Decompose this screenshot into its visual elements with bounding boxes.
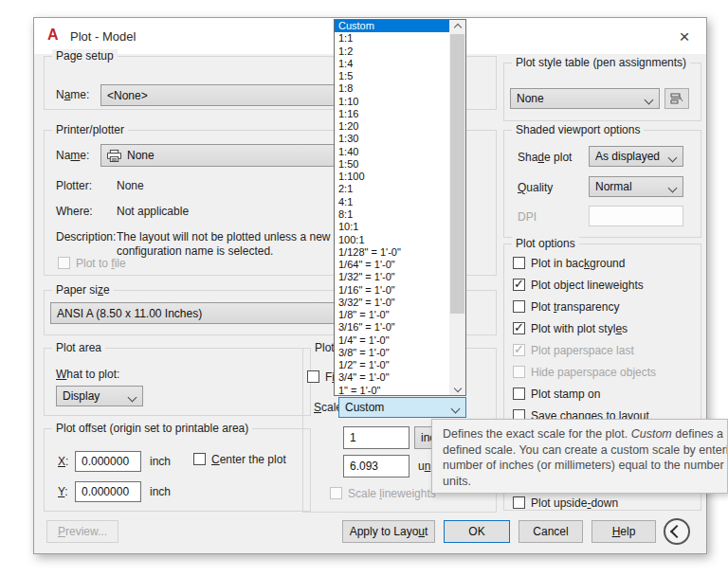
close-icon[interactable]: × <box>674 27 695 47</box>
checkbox[interactable] <box>513 257 525 269</box>
plot-area-group-label: Plot area <box>52 341 105 354</box>
chevron-down-icon <box>453 384 461 391</box>
plot-options-list: Plot in backgroundPlot object lineweight… <box>513 257 656 431</box>
scale-option[interactable]: 4:1 <box>335 196 449 208</box>
checkbox[interactable] <box>513 496 525 509</box>
scale-option[interactable]: 1:40 <box>335 146 449 158</box>
less-options-button[interactable] <box>664 518 690 545</box>
x-offset-label: X: <box>58 455 68 468</box>
scale-option[interactable]: 1:5 <box>335 70 449 82</box>
checkbox[interactable] <box>513 322 525 334</box>
scale-option[interactable]: 3/4" = 1'-0" <box>335 371 449 384</box>
plot-style-group-label: Plot style table (pen assignments) <box>512 56 690 69</box>
plot-to-file-checkbox <box>58 257 70 269</box>
scale-option[interactable]: 1/8" = 1'-0" <box>335 309 449 321</box>
shade-plot-combo[interactable]: As displayed <box>589 146 683 167</box>
scale-option[interactable]: 1:1 <box>335 32 449 45</box>
plot-option-label: Plot paperspace last <box>531 344 634 357</box>
scale-option[interactable]: 1/128" = 1'-0" <box>335 246 449 259</box>
printer-group-label: Printer/plotter <box>52 123 128 136</box>
scale-option[interactable]: 8:1 <box>335 208 449 221</box>
plot-option-row: Plot transparency <box>513 300 656 313</box>
page-setup-name-value: <None> <box>107 89 148 102</box>
chevron-down-icon <box>668 153 678 163</box>
plot-option-label: Plot object lineweights <box>531 279 644 292</box>
scale-option[interactable]: 1:30 <box>335 133 449 145</box>
y-offset-input[interactable]: 0.000000 <box>75 481 141 502</box>
checkbox <box>513 366 525 378</box>
fit-to-paper-checkbox[interactable] <box>307 370 319 383</box>
plot-option-row: Hide paperspace objects <box>513 366 656 378</box>
what-to-plot-combo[interactable]: Display <box>56 386 143 406</box>
scale-dropdown-scrollbar[interactable] <box>449 20 465 395</box>
scale-option[interactable]: 100:1 <box>335 234 449 246</box>
checkbox[interactable] <box>513 300 525 313</box>
x-offset-input[interactable]: 0.000000 <box>75 451 141 472</box>
y-offset-unit: inch <box>150 485 171 498</box>
scale-combo[interactable]: Custom <box>338 397 466 418</box>
plot-option-row: Plot with plot styles <box>513 322 656 334</box>
x-offset-unit: inch <box>150 455 171 468</box>
quality-value: Normal <box>595 180 632 193</box>
checkbox <box>513 344 525 356</box>
edit-plot-style-button[interactable] <box>664 88 689 109</box>
scale-inches-value: 1 <box>350 431 356 444</box>
cancel-button[interactable]: Cancel <box>519 520 583 543</box>
chevron-down-icon <box>645 96 654 105</box>
custom-scale-tooltip: Defines the exact scale for the plot. Cu… <box>431 419 728 494</box>
ok-button-label: OK <box>468 525 484 538</box>
plot-option-row: Plot in background <box>513 257 656 269</box>
quality-label: Quality <box>518 181 553 194</box>
ok-button[interactable]: OK <box>444 520 510 543</box>
description-label: Description: <box>56 230 116 243</box>
scale-option[interactable]: 1/32" = 1'-0" <box>335 271 449 283</box>
checkbox[interactable] <box>513 388 525 400</box>
scrollbar-up-button[interactable] <box>449 20 465 34</box>
scale-option[interactable]: 1/2" = 1'-0" <box>335 359 449 371</box>
scale-option[interactable]: 3/8" = 1'-0" <box>335 347 449 359</box>
plot-style-combo[interactable]: None <box>510 88 660 109</box>
scale-option[interactable]: 3/32" = 1'-0" <box>335 297 449 309</box>
help-button[interactable]: Help <box>592 520 656 543</box>
scrollbar-down-button[interactable] <box>449 381 465 395</box>
scale-option[interactable]: 1/4" = 1'-0" <box>335 334 449 347</box>
center-plot-checkbox[interactable] <box>193 453 206 465</box>
scale-units-input[interactable]: 6.093 <box>343 455 410 478</box>
shaded-viewport-group-label: Shaded viewport options <box>512 123 644 136</box>
dpi-input <box>589 206 683 226</box>
what-to-plot-label: What to plot: <box>56 368 119 381</box>
page-setup-group-label: Page setup <box>52 49 118 63</box>
apply-to-layout-button[interactable]: Apply to Layout <box>342 520 435 543</box>
scale-option[interactable]: 1:10 <box>335 96 449 108</box>
where-value: Not applicable <box>117 205 189 218</box>
scale-option[interactable]: 1" = 1'-0" <box>335 385 449 395</box>
scale-option[interactable]: 1:50 <box>335 158 449 171</box>
plot-option-label: Plot stamp on <box>531 388 600 401</box>
scale-lineweights-label: Scale lineweights <box>348 487 436 500</box>
what-to-plot-value: Display <box>63 389 100 403</box>
scale-lineweights-row: Scale lineweights <box>330 487 436 500</box>
scale-option[interactable]: 1:16 <box>335 108 449 120</box>
scrollbar-thumb[interactable] <box>450 34 464 314</box>
scale-option[interactable]: 1:4 <box>335 58 449 70</box>
dpi-label: DPI <box>518 210 537 224</box>
scale-option[interactable]: 1:8 <box>335 82 449 95</box>
quality-combo[interactable]: Normal <box>589 176 683 197</box>
scale-option[interactable]: 2:1 <box>335 183 449 195</box>
scale-option[interactable]: 1/64" = 1'-0" <box>335 259 449 271</box>
where-label: Where: <box>56 205 93 218</box>
preview-button-label: Preview... <box>58 525 107 538</box>
scale-option[interactable]: Custom <box>335 20 449 32</box>
scale-option[interactable]: 3/16" = 1'-0" <box>335 321 449 334</box>
scale-option[interactable]: 1:20 <box>335 120 449 133</box>
edit-plot-style-icon <box>670 93 683 104</box>
scale-inches-input[interactable]: 1 <box>343 426 410 449</box>
scale-option[interactable]: 1/16" = 1'-0" <box>335 284 449 297</box>
checkbox[interactable] <box>513 279 525 291</box>
scale-lineweights-checkbox <box>330 487 342 499</box>
scale-option[interactable]: 10:1 <box>335 221 449 233</box>
scale-option[interactable]: 1:100 <box>335 171 449 183</box>
shade-plot-label: Shade plot <box>518 151 572 164</box>
plot-offset-group-label: Plot offset (origin set to printable are… <box>52 422 252 435</box>
scale-option[interactable]: 1:2 <box>335 45 449 58</box>
